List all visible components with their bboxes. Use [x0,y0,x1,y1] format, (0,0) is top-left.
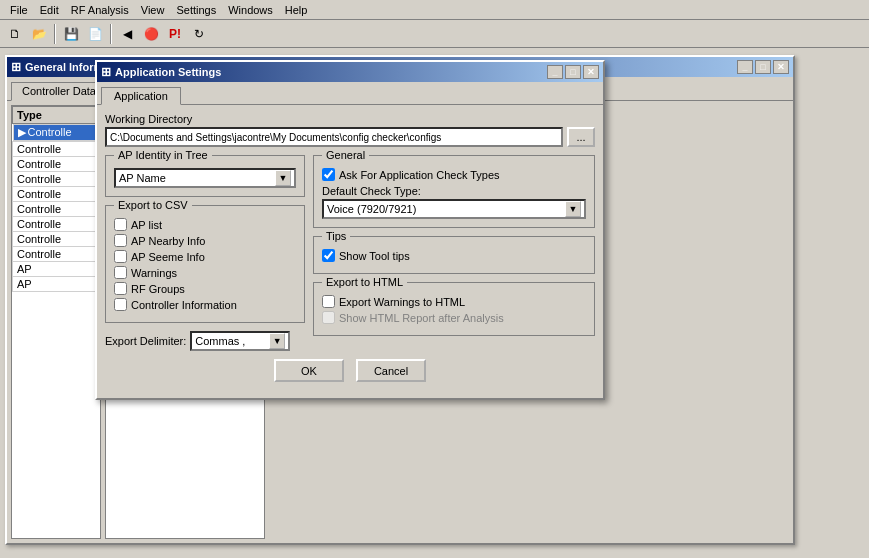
csv-aplist-check[interactable] [114,218,127,231]
menu-view[interactable]: View [135,2,171,18]
show-html-report-check[interactable] [322,311,335,324]
table-row[interactable]: Controlle [13,157,100,172]
default-check-type-arrow: ▼ [565,201,581,217]
export-warnings-html-check[interactable] [322,295,335,308]
workdir-section: Working Directory ... [105,113,595,147]
ap-identity-arrow: ▼ [275,170,291,186]
default-check-type-value: Voice (7920/7921) [327,203,416,215]
table-row[interactable]: Controlle [13,232,100,247]
ask-check-types-check[interactable] [322,168,335,181]
ok-button[interactable]: OK [274,359,344,382]
table-row[interactable]: ▶Controlle [13,124,100,142]
csv-apseeme-label: AP Seeme Info [131,251,205,263]
table-row[interactable]: Controlle [13,172,100,187]
save-btn[interactable]: 💾 [60,23,82,45]
workdir-browse-btn[interactable]: ... [567,127,595,147]
dialog-close-btn[interactable]: ✕ [583,65,599,79]
table-row[interactable]: Controlle [13,187,100,202]
csv-apnearby-row: AP Nearby Info [114,234,296,247]
show-html-report-row: Show HTML Report after Analysis [322,311,586,324]
delimiter-arrow: ▼ [269,333,285,349]
close-btn[interactable]: ✕ [773,60,789,74]
export-csv-label: Export to CSV [114,199,192,211]
show-tooltips-label: Show Tool tips [339,250,410,262]
workdir-label: Working Directory [105,113,595,125]
menu-rfanalysis[interactable]: RF Analysis [65,2,135,18]
dialog-titlebar: ⊞ Application Settings _ □ ✕ [97,62,603,82]
show-tooltips-row: Show Tool tips [322,249,586,262]
csv-rfgroups-check[interactable] [114,282,127,295]
csv-warnings-check[interactable] [114,266,127,279]
ap-identity-group: AP Identity in Tree AP Name ▼ [105,155,305,197]
toolbar: 🗋 📂 💾 📄 ◀ 🔴 P! ↻ [0,20,869,48]
saveas-btn[interactable]: 📄 [84,23,106,45]
table-row[interactable]: Controlle [13,247,100,262]
workdir-input[interactable] [105,127,563,147]
left-col: AP Identity in Tree AP Name ▼ Export to … [105,155,305,351]
menu-edit[interactable]: Edit [34,2,65,18]
sep1 [54,24,56,44]
refresh-icon[interactable]: 🔴 [140,23,162,45]
dialog-maximize-btn[interactable]: □ [565,65,581,79]
csv-apseeme-check[interactable] [114,250,127,263]
csv-apnearby-label: AP Nearby Info [131,235,205,247]
csv-rfgroups-label: RF Groups [131,283,185,295]
show-html-report-label: Show HTML Report after Analysis [339,312,504,324]
col-type: Type [13,107,100,124]
dialog-controls: _ □ ✕ [547,65,599,79]
table-row[interactable]: Controlle [13,142,100,157]
dialog-title: Application Settings [115,66,221,78]
default-check-type-combo[interactable]: Voice (7920/7921) ▼ [322,199,586,219]
main-titlebar-controls: _ □ ✕ [737,60,789,74]
general-label: General [322,149,369,161]
dialog-content: Working Directory ... AP Identity in Tre… [97,105,603,398]
csv-aplist-row: AP list [114,218,296,231]
menu-help[interactable]: Help [279,2,314,18]
delimiter-combo[interactable]: Commas , ▼ [190,331,290,351]
default-check-type-label: Default Check Type: [322,185,586,197]
csv-ctrlinfo-label: Controller Information [131,299,237,311]
csv-warnings-row: Warnings [114,266,296,279]
csv-ctrlinfo-row: Controller Information [114,298,296,311]
csv-ctrlinfo-check[interactable] [114,298,127,311]
table-row[interactable]: AP [13,262,100,277]
delimiter-label: Export Delimiter: [105,335,186,347]
export-warnings-html-label: Export Warnings to HTML [339,296,465,308]
cancel-button[interactable]: Cancel [356,359,426,382]
two-col-layout: AP Identity in Tree AP Name ▼ Export to … [105,155,595,351]
ask-check-row: Ask For Application Check Types [322,168,586,181]
export-csv-group: Export to CSV AP list AP Nearby Info AP … [105,205,305,323]
dialog-minimize-btn[interactable]: _ [547,65,563,79]
back-btn[interactable]: ◀ [116,23,138,45]
dialog-tab-application[interactable]: Application [101,87,181,105]
menu-windows[interactable]: Windows [222,2,279,18]
show-tooltips-check[interactable] [322,249,335,262]
default-check-type-section: Default Check Type: Voice (7920/7921) ▼ [322,185,586,219]
cycle-icon[interactable]: ↻ [188,23,210,45]
csv-apseeme-row: AP Seeme Info [114,250,296,263]
data-table[interactable]: Type ▶ControlleControlleControlleControl… [11,105,101,539]
application-settings-dialog: ⊞ Application Settings _ □ ✕ Application… [95,60,605,400]
table-row[interactable]: Controlle [13,202,100,217]
tab-controller-data[interactable]: Controller Data [11,82,107,101]
new-btn[interactable]: 🗋 [4,23,26,45]
ap-identity-label: AP Identity in Tree [114,149,212,161]
tips-group: Tips Show Tool tips [313,236,595,274]
dialog-icon: ⊞ [101,65,111,79]
ap-identity-value: AP Name [119,172,166,184]
sep2 [110,24,112,44]
ap-identity-combo[interactable]: AP Name ▼ [114,168,296,188]
table-row[interactable]: Controlle [13,217,100,232]
open-btn[interactable]: 📂 [28,23,50,45]
export-html-group: Export to HTML Export Warnings to HTML S… [313,282,595,336]
minimize-btn[interactable]: _ [737,60,753,74]
table-row[interactable]: AP [13,277,100,292]
csv-warnings-label: Warnings [131,267,177,279]
delimiter-row: Export Delimiter: Commas , ▼ [105,331,305,351]
excl-icon[interactable]: P! [164,23,186,45]
csv-apnearby-check[interactable] [114,234,127,247]
menu-file[interactable]: File [4,2,34,18]
general-group: General Ask For Application Check Types … [313,155,595,228]
maximize-btn[interactable]: □ [755,60,771,74]
menu-settings[interactable]: Settings [170,2,222,18]
